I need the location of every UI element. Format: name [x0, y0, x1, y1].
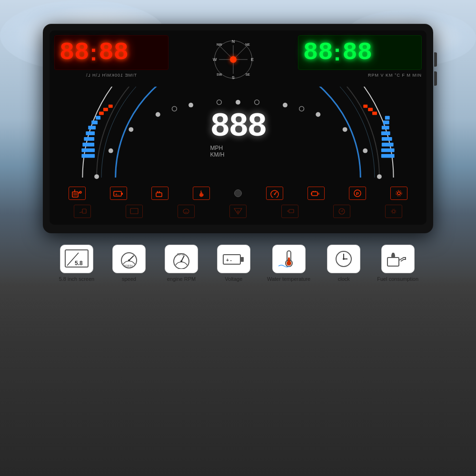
main-container: 8 8 : 8 8 TIME 100KM/H L\H L\ — [10, 24, 466, 282]
refl-engine — [281, 205, 298, 218]
svg-text:KM/H: KM/H — [124, 264, 133, 268]
feature-voltage: + - Voltage — [215, 245, 253, 282]
svg-rect-21 — [91, 120, 98, 124]
rpm-label: engine RPM — [167, 276, 196, 282]
compass-center-dot — [230, 56, 237, 63]
red-colon: : — [89, 40, 97, 66]
speedometer-area: 888 MPH KM/H — [54, 87, 422, 182]
refl-parking: P — [333, 205, 350, 218]
svg-rect-33 — [385, 116, 390, 119]
screen-size-label: 5.8 inch screen — [59, 276, 95, 282]
green-display-labels: RPM V KM °C F M MIN — [368, 73, 422, 78]
svg-point-79 — [128, 259, 130, 261]
fuel-consumption-label: Fuel consumption — [377, 276, 418, 282]
feature-speed: KM/H speed — [110, 245, 148, 282]
svg-rect-65 — [289, 209, 294, 213]
voltage-icon-box: + - — [217, 245, 250, 273]
svg-text:5.8: 5.8 — [75, 260, 83, 267]
svg-text:+  -: + - — [226, 258, 232, 263]
fuel-icon-box — [381, 245, 415, 273]
center-button[interactable] — [234, 189, 242, 197]
compass-n: N — [232, 39, 235, 44]
svg-rect-15 — [81, 154, 95, 158]
speed-label: speed — [122, 276, 136, 282]
svg-point-95 — [343, 258, 345, 260]
fuel-gauge-icon — [69, 187, 86, 200]
red-digit-4: 8 — [114, 40, 128, 65]
side-button-2[interactable] — [434, 71, 437, 86]
svg-rect-16 — [81, 149, 95, 152]
feature-engine-rpm: RPM engine RPM — [162, 245, 200, 282]
svg-rect-86 — [240, 257, 244, 262]
gear-settings-icon — [390, 187, 407, 200]
water-temp-label: Water temperature — [267, 276, 310, 282]
svg-point-10 — [377, 174, 382, 179]
green-digit-4: 8 — [357, 40, 371, 65]
svg-rect-38 — [73, 193, 77, 196]
rpm-icon-box: RPM — [165, 245, 198, 273]
speed-display: 888 MPH KM/H — [200, 106, 275, 163]
svg-line-73 — [79, 212, 82, 213]
parking-icon: P — [349, 187, 366, 200]
svg-line-82 — [181, 256, 184, 261]
warning-icons-row: +- — [54, 184, 422, 203]
green-digit-2: 8 — [318, 40, 332, 65]
green-display-area: 8 8 : 8 8 RPM V KM °C F M MIN — [298, 35, 422, 79]
battery-icon: +- — [110, 187, 127, 200]
svg-rect-31 — [382, 126, 389, 129]
compass-nw: NW — [217, 43, 222, 46]
svg-point-1 — [109, 149, 113, 153]
svg-point-9 — [363, 149, 367, 153]
svg-rect-29 — [382, 137, 392, 141]
svg-point-11 — [217, 100, 221, 105]
svg-point-60 — [396, 190, 402, 196]
svg-point-69 — [183, 209, 189, 214]
refl-gear — [385, 205, 402, 218]
svg-point-2 — [129, 127, 133, 132]
speed-icon-box: KM/H — [112, 245, 146, 273]
red-seg-display: 8 8 : 8 8 — [54, 35, 169, 70]
refl-signal — [229, 205, 247, 218]
svg-rect-19 — [86, 131, 95, 135]
water-temp-icon-box — [272, 245, 306, 273]
svg-rect-27 — [381, 149, 395, 152]
svg-rect-36 — [363, 105, 367, 108]
red-digit-2: 8 — [74, 40, 88, 65]
svg-point-12 — [255, 100, 259, 105]
svg-rect-28 — [382, 143, 394, 147]
compass-s: S — [232, 75, 235, 80]
green-seg-display: 8 8 : 8 8 — [298, 35, 422, 70]
feature-water-temp: Water temperature — [267, 245, 310, 282]
top-display-row: 8 8 : 8 8 TIME 100KM/H L\H L\ — [54, 35, 422, 84]
svg-rect-52 — [317, 193, 319, 195]
refl-service — [74, 205, 91, 218]
road-surface — [0, 276, 476, 476]
side-button-1[interactable] — [434, 52, 437, 67]
svg-rect-24 — [103, 108, 108, 111]
green-digit-3: 8 — [342, 40, 356, 65]
svg-rect-17 — [82, 143, 94, 147]
green-digit-1: 8 — [303, 40, 317, 65]
speed-unit: MPH KM/H — [210, 145, 266, 158]
svg-point-91 — [287, 261, 291, 266]
svg-rect-25 — [109, 105, 113, 108]
feature-fuel: Fuel consumption — [377, 245, 418, 282]
compass-w: W — [213, 57, 217, 62]
red-digit-1: 8 — [60, 40, 73, 65]
svg-point-3 — [156, 112, 160, 117]
compass-ne: NE — [245, 43, 250, 46]
reflection-row: P — [54, 203, 422, 220]
red-display-area: 8 8 : 8 8 TIME 100KM/H L\H L\ — [54, 35, 169, 79]
feature-screen-size: 5.8 5.8 inch screen — [58, 245, 96, 282]
svg-text:-: - — [118, 192, 119, 197]
hud-screen: 8 8 : 8 8 TIME 100KM/H L\H L\ — [50, 30, 426, 225]
svg-rect-22 — [96, 116, 100, 119]
clock-icon-box — [327, 245, 360, 273]
refl-box1 — [126, 205, 143, 218]
svg-point-14 — [299, 107, 304, 111]
svg-text:P: P — [341, 208, 343, 213]
refl-temp — [178, 205, 195, 218]
engine-icon — [307, 187, 325, 200]
svg-rect-96 — [387, 258, 399, 266]
svg-rect-51 — [312, 192, 317, 196]
